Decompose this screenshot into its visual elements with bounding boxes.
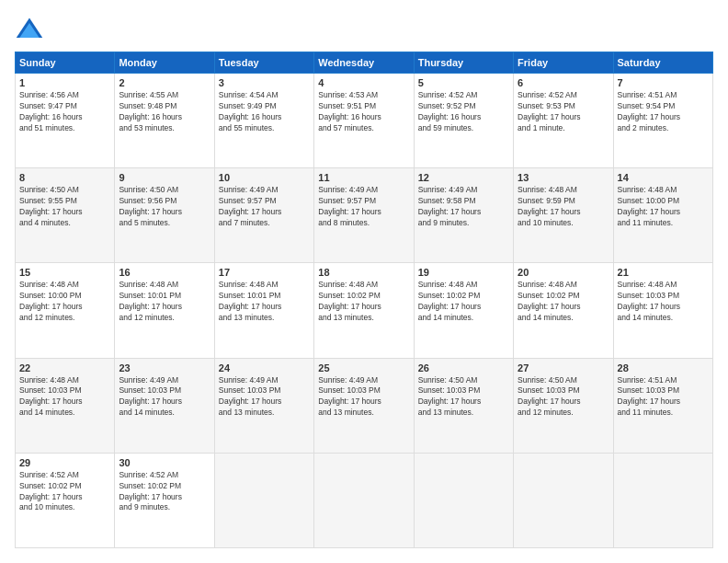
day-info: Sunrise: 4:49 AM Sunset: 9:58 PM Dayligh… xyxy=(418,185,509,229)
day-info: Sunrise: 4:48 AM Sunset: 10:00 PM Daylig… xyxy=(19,280,110,324)
table-row: 21Sunrise: 4:48 AM Sunset: 10:03 PM Dayl… xyxy=(613,263,712,358)
day-number: 22 xyxy=(19,362,110,373)
table-row: 24Sunrise: 4:49 AM Sunset: 10:03 PM Dayl… xyxy=(214,358,313,453)
header-tuesday: Tuesday xyxy=(214,52,313,74)
header-monday: Monday xyxy=(115,52,214,74)
table-row: 3Sunrise: 4:54 AM Sunset: 9:49 PM Daylig… xyxy=(214,74,313,168)
calendar-row: 15Sunrise: 4:48 AM Sunset: 10:00 PM Dayl… xyxy=(16,263,713,358)
day-number: 20 xyxy=(518,267,609,278)
day-number: 19 xyxy=(418,267,509,278)
table-row: 19Sunrise: 4:48 AM Sunset: 10:02 PM Dayl… xyxy=(414,263,513,358)
day-number: 9 xyxy=(119,172,210,183)
day-info: Sunrise: 4:56 AM Sunset: 9:47 PM Dayligh… xyxy=(19,90,110,134)
table-row: 26Sunrise: 4:50 AM Sunset: 10:03 PM Dayl… xyxy=(414,358,513,453)
table-row: 29Sunrise: 4:52 AM Sunset: 10:02 PM Dayl… xyxy=(16,453,115,547)
day-number: 14 xyxy=(618,172,709,183)
day-number: 21 xyxy=(618,267,709,278)
header-thursday: Thursday xyxy=(414,52,513,74)
table-row: 1Sunrise: 4:56 AM Sunset: 9:47 PM Daylig… xyxy=(16,74,115,168)
day-number: 6 xyxy=(518,77,609,88)
day-info: Sunrise: 4:51 AM Sunset: 9:54 PM Dayligh… xyxy=(618,90,709,134)
table-row: 18Sunrise: 4:48 AM Sunset: 10:02 PM Dayl… xyxy=(314,263,414,358)
day-info: Sunrise: 4:54 AM Sunset: 9:49 PM Dayligh… xyxy=(219,90,310,134)
table-row: 22Sunrise: 4:48 AM Sunset: 10:03 PM Dayl… xyxy=(16,358,115,453)
day-number: 16 xyxy=(119,267,210,278)
calendar-row: 29Sunrise: 4:52 AM Sunset: 10:02 PM Dayl… xyxy=(16,453,713,547)
day-number: 29 xyxy=(19,457,110,468)
table-row: 13Sunrise: 4:48 AM Sunset: 9:59 PM Dayli… xyxy=(514,168,613,263)
day-header-row: Sunday Monday Tuesday Wednesday Thursday… xyxy=(16,52,713,74)
table-row: 6Sunrise: 4:52 AM Sunset: 9:53 PM Daylig… xyxy=(514,74,613,168)
day-info: Sunrise: 4:48 AM Sunset: 10:01 PM Daylig… xyxy=(219,280,310,324)
day-number: 28 xyxy=(618,362,709,373)
table-row: 30Sunrise: 4:52 AM Sunset: 10:02 PM Dayl… xyxy=(115,453,214,547)
calendar-row: 22Sunrise: 4:48 AM Sunset: 10:03 PM Dayl… xyxy=(16,358,713,453)
day-info: Sunrise: 4:52 AM Sunset: 10:02 PM Daylig… xyxy=(119,470,210,514)
table-row: 17Sunrise: 4:48 AM Sunset: 10:01 PM Dayl… xyxy=(214,263,313,358)
header-wednesday: Wednesday xyxy=(314,52,414,74)
day-number: 23 xyxy=(119,362,210,373)
page: Sunday Monday Tuesday Wednesday Thursday… xyxy=(0,0,728,563)
day-info: Sunrise: 4:48 AM Sunset: 10:00 PM Daylig… xyxy=(618,185,709,229)
day-number: 24 xyxy=(219,362,310,373)
table-row: 12Sunrise: 4:49 AM Sunset: 9:58 PM Dayli… xyxy=(414,168,513,263)
logo-icon xyxy=(15,15,44,44)
table-row: 11Sunrise: 4:49 AM Sunset: 9:57 PM Dayli… xyxy=(314,168,414,263)
table-row: 9Sunrise: 4:50 AM Sunset: 9:56 PM Daylig… xyxy=(115,168,214,263)
day-number: 18 xyxy=(318,267,409,278)
day-info: Sunrise: 4:48 AM Sunset: 9:59 PM Dayligh… xyxy=(518,185,609,229)
table-row: 27Sunrise: 4:50 AM Sunset: 10:03 PM Dayl… xyxy=(514,358,613,453)
table-row: 15Sunrise: 4:48 AM Sunset: 10:00 PM Dayl… xyxy=(16,263,115,358)
day-number: 11 xyxy=(318,172,409,183)
day-info: Sunrise: 4:50 AM Sunset: 9:56 PM Dayligh… xyxy=(119,185,210,229)
day-info: Sunrise: 4:51 AM Sunset: 10:03 PM Daylig… xyxy=(618,375,709,419)
day-info: Sunrise: 4:52 AM Sunset: 9:53 PM Dayligh… xyxy=(518,90,609,134)
table-row: 7Sunrise: 4:51 AM Sunset: 9:54 PM Daylig… xyxy=(613,74,712,168)
logo xyxy=(15,15,48,44)
header-friday: Friday xyxy=(514,52,613,74)
day-info: Sunrise: 4:49 AM Sunset: 9:57 PM Dayligh… xyxy=(219,185,310,229)
day-number: 7 xyxy=(618,77,709,88)
table-row: 25Sunrise: 4:49 AM Sunset: 10:03 PM Dayl… xyxy=(314,358,414,453)
table-row: 5Sunrise: 4:52 AM Sunset: 9:52 PM Daylig… xyxy=(414,74,513,168)
table-row xyxy=(214,453,313,547)
table-row xyxy=(514,453,613,547)
day-number: 13 xyxy=(518,172,609,183)
day-info: Sunrise: 4:48 AM Sunset: 10:03 PM Daylig… xyxy=(618,280,709,324)
table-row: 20Sunrise: 4:48 AM Sunset: 10:02 PM Dayl… xyxy=(514,263,613,358)
day-info: Sunrise: 4:50 AM Sunset: 10:03 PM Daylig… xyxy=(418,375,509,419)
header xyxy=(15,15,713,44)
day-info: Sunrise: 4:48 AM Sunset: 10:03 PM Daylig… xyxy=(19,375,110,419)
table-row: 23Sunrise: 4:49 AM Sunset: 10:03 PM Dayl… xyxy=(115,358,214,453)
day-info: Sunrise: 4:49 AM Sunset: 10:03 PM Daylig… xyxy=(318,375,409,419)
header-sunday: Sunday xyxy=(16,52,115,74)
day-info: Sunrise: 4:48 AM Sunset: 10:02 PM Daylig… xyxy=(318,280,409,324)
table-row xyxy=(414,453,513,547)
day-number: 4 xyxy=(318,77,409,88)
table-row: 2Sunrise: 4:55 AM Sunset: 9:48 PM Daylig… xyxy=(115,74,214,168)
table-row: 14Sunrise: 4:48 AM Sunset: 10:00 PM Dayl… xyxy=(613,168,712,263)
table-row: 8Sunrise: 4:50 AM Sunset: 9:55 PM Daylig… xyxy=(16,168,115,263)
day-info: Sunrise: 4:49 AM Sunset: 9:57 PM Dayligh… xyxy=(318,185,409,229)
day-info: Sunrise: 4:52 AM Sunset: 10:02 PM Daylig… xyxy=(19,470,110,514)
day-info: Sunrise: 4:52 AM Sunset: 9:52 PM Dayligh… xyxy=(418,90,509,134)
table-row: 4Sunrise: 4:53 AM Sunset: 9:51 PM Daylig… xyxy=(314,74,414,168)
day-number: 8 xyxy=(19,172,110,183)
day-number: 5 xyxy=(418,77,509,88)
day-info: Sunrise: 4:55 AM Sunset: 9:48 PM Dayligh… xyxy=(119,90,210,134)
day-number: 15 xyxy=(19,267,110,278)
day-number: 10 xyxy=(219,172,310,183)
day-number: 17 xyxy=(219,267,310,278)
day-number: 3 xyxy=(219,77,310,88)
table-row: 10Sunrise: 4:49 AM Sunset: 9:57 PM Dayli… xyxy=(214,168,313,263)
table-row xyxy=(613,453,712,547)
calendar-row: 1Sunrise: 4:56 AM Sunset: 9:47 PM Daylig… xyxy=(16,74,713,168)
day-number: 30 xyxy=(119,457,210,468)
day-number: 27 xyxy=(518,362,609,373)
day-info: Sunrise: 4:48 AM Sunset: 10:02 PM Daylig… xyxy=(418,280,509,324)
day-info: Sunrise: 4:49 AM Sunset: 10:03 PM Daylig… xyxy=(219,375,310,419)
day-number: 26 xyxy=(418,362,509,373)
day-number: 25 xyxy=(318,362,409,373)
day-number: 12 xyxy=(418,172,509,183)
table-row xyxy=(314,453,414,547)
